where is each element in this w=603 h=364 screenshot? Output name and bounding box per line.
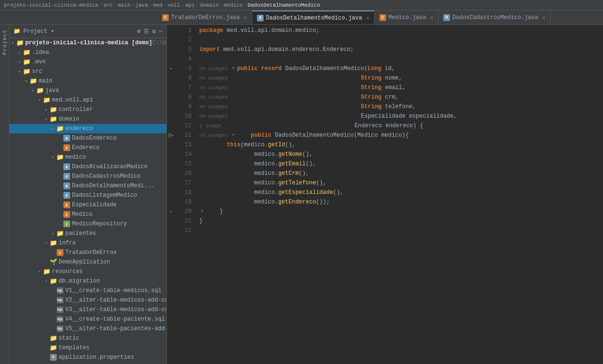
tree-item[interactable]: ▾📁projeto-inicial-clinica-medica [demo] …: [10, 38, 166, 48]
tree-item[interactable]: ▸📁test: [10, 362, 166, 364]
tree-arrow-icon[interactable]: ▾: [43, 117, 50, 122]
tree-item[interactable]: ▾📁medico: [10, 152, 166, 162]
tree-item[interactable]: 📁templates: [10, 343, 166, 353]
tree-arrow-icon[interactable]: ▾: [16, 69, 23, 74]
tree-label: resources: [52, 268, 83, 275]
tree-item[interactable]: RDadosListagemMedico: [10, 191, 166, 200]
tree-item[interactable]: ▾📁infra: [10, 238, 166, 248]
tree-item[interactable]: ▸📁.mvn: [10, 57, 166, 67]
fold-icon[interactable]: ▾: [230, 66, 236, 71]
tree-item[interactable]: SQLV4__create-table-paciente.sql: [10, 314, 166, 324]
tree-item[interactable]: ▾📁med.voll.api: [10, 95, 166, 105]
code-line: [199, 226, 603, 235]
tree-arrow-icon[interactable]: ▾: [50, 155, 56, 160]
line-number: 6: [175, 73, 192, 83]
tab-close[interactable]: ✕: [430, 15, 433, 20]
tree-file-icon: P: [50, 354, 57, 361]
tree-item[interactable]: SQLV3__alter-table-medicos-add-co: [10, 305, 166, 314]
tree-arrow-icon[interactable]: ▸: [50, 231, 56, 236]
tree-item[interactable]: 📁static: [10, 334, 166, 343]
tab-close[interactable]: ✕: [542, 15, 545, 20]
code-line: no usages Especialidade especialidade,: [199, 111, 603, 121]
tree-item[interactable]: RDadosDetalhamentoMedi...: [10, 181, 166, 191]
line-number: 22: [175, 226, 192, 235]
tree-item[interactable]: ▾📁main: [10, 76, 166, 86]
tree-item[interactable]: SQLV5__alter-table-pacientes-add-c: [10, 324, 166, 334]
tree-item[interactable]: CMedico: [10, 210, 166, 219]
tree-arrow-icon[interactable]: ▾: [43, 279, 50, 284]
tree-item[interactable]: RDadosEndereco: [10, 133, 166, 143]
settings-icon[interactable]: ⚙: [152, 28, 156, 35]
tree-item[interactable]: IMedicoRepository: [10, 219, 166, 229]
code-text: String crm,: [230, 92, 399, 102]
tree-item[interactable]: ▾📁domain: [10, 114, 166, 124]
tree-arrow-icon[interactable]: ▾: [36, 269, 43, 274]
locate-icon[interactable]: ⊕: [137, 28, 141, 35]
tree-label: static: [59, 335, 79, 342]
tree-item[interactable]: ▾📁db.migration: [10, 276, 166, 286]
tree-arrow-icon[interactable]: ▾: [10, 40, 16, 46]
code-area[interactable]: package med.voll.api.domain.medico;impor…: [195, 25, 603, 364]
fold-icon[interactable]: ▾: [199, 209, 205, 214]
tree-item[interactable]: ▾📁endereco: [10, 124, 166, 133]
collapse-icon[interactable]: ☰: [143, 28, 149, 35]
fold-marker[interactable]: ▾: [172, 133, 174, 138]
tree-item[interactable]: CTratadorDeErros: [10, 248, 166, 257]
fold-marker[interactable]: ▾: [170, 66, 172, 71]
fold-icon[interactable]: ▾: [230, 132, 236, 138]
tree-label: medico: [65, 154, 86, 161]
tree-label: DadosEndereco: [72, 135, 117, 142]
tree-item[interactable]: ▸📁controller: [10, 105, 166, 114]
tree-item[interactable]: Papplication.properties: [10, 353, 166, 362]
line-number: 14: [175, 150, 192, 159]
tree-arrow-icon[interactable]: ▾: [30, 88, 36, 93]
gutter-line: [167, 216, 175, 226]
app-window: projeto-inicial-clinica-medica › src › m…: [0, 0, 603, 364]
tab-tratador[interactable]: C TratadorDeErros.java ✕: [157, 10, 252, 24]
tree-file-icon: E: [63, 202, 71, 208]
gutter-line: [167, 226, 175, 235]
tab-dados-detalhamento[interactable]: R DadosDetalhamentoMedico.java ✕: [252, 10, 375, 24]
tree-item[interactable]: ▸📁pacientes: [10, 229, 166, 238]
code-line: no usages String crm,: [199, 92, 603, 102]
tree-item[interactable]: EEspecialidade: [10, 200, 166, 210]
tree-arrow-icon[interactable]: ▾: [36, 98, 43, 103]
tree-label: DadosDetalhamentoMedi...: [72, 182, 154, 189]
tab-medico[interactable]: C Medico.java ✕: [375, 10, 439, 24]
tree-arrow-icon[interactable]: ▸: [16, 50, 23, 55]
tree-arrow-icon[interactable]: ▸: [16, 60, 23, 65]
tree-item[interactable]: 🌱DemoApplication: [10, 257, 166, 267]
line-number: 20: [175, 207, 192, 216]
tree-label: V1__create-table-medicos.sql: [65, 287, 162, 294]
tree-arrow-icon[interactable]: ▾: [50, 126, 56, 131]
code-line: }: [199, 216, 603, 226]
line-number: 3: [175, 45, 192, 54]
minimize-icon[interactable]: ─: [159, 28, 163, 35]
tree-file-icon: C: [56, 249, 64, 256]
tab-close[interactable]: ✕: [244, 15, 247, 20]
line-number: 7: [175, 83, 192, 92]
tree-item[interactable]: RDadosCadastrosMedico: [10, 172, 166, 181]
tree-item[interactable]: ▾📁resources: [10, 267, 166, 276]
project-panel-label[interactable]: Project: [2, 30, 8, 55]
tree-file-icon: 📁: [50, 116, 57, 122]
tree-file-icon: R: [63, 173, 71, 180]
tree-file-icon: 📁: [56, 125, 64, 132]
tab-close[interactable]: ✕: [367, 15, 369, 21]
code-text: public DadosDetalhamentoMedico(Medico me…: [237, 131, 409, 140]
tree-arrow-icon[interactable]: ▾: [43, 241, 50, 246]
tree-item[interactable]: ▾📁java: [10, 86, 166, 95]
tree-arrow-icon[interactable]: ▾: [23, 79, 30, 84]
gutter-line: ▾: [167, 207, 175, 216]
tree-item[interactable]: RDadosAtualizacaoMedico: [10, 162, 166, 172]
fold-marker[interactable]: ▾: [170, 209, 172, 214]
tab-dados-cadastros[interactable]: R DadosCadastrosMedico.java ✕: [439, 10, 551, 24]
tree-arrow-icon[interactable]: ▸: [43, 107, 50, 112]
tree-item[interactable]: ▸📁.idea: [10, 48, 166, 57]
tree-item[interactable]: ▾📁src: [10, 67, 166, 76]
tree-item[interactable]: SQLV1__create-table-medicos.sql: [10, 286, 166, 295]
code-text: String email,: [230, 83, 405, 92]
code-text: }: [199, 216, 203, 226]
tree-item[interactable]: CEndereco: [10, 143, 166, 152]
tree-item[interactable]: SQLV2__alter-table-medicos-add-co: [10, 295, 166, 305]
